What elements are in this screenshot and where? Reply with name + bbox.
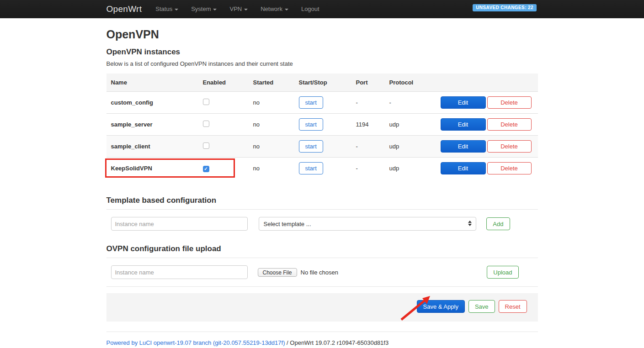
- delete-button[interactable]: Delete: [487, 96, 532, 109]
- protocol-value: -: [389, 99, 441, 106]
- instance-name: sample_server: [106, 121, 203, 128]
- nav-item-vpn[interactable]: VPN: [229, 5, 248, 12]
- table-header-row: Name Enabled Started Start/Stop Port Pro…: [106, 74, 538, 91]
- port-value: -: [356, 165, 389, 172]
- save-apply-button[interactable]: Save & Apply: [417, 300, 465, 313]
- col-header-name: Name: [106, 79, 203, 86]
- chevron-down-icon: [285, 9, 288, 11]
- reset-button[interactable]: Reset: [499, 300, 527, 313]
- template-instance-name-input[interactable]: [111, 217, 248, 231]
- protocol-value: udp: [389, 121, 441, 128]
- unsaved-changes-badge[interactable]: UNSAVED CHANGES: 22: [473, 4, 537, 11]
- edit-button[interactable]: Edit: [441, 162, 486, 174]
- port-value: -: [356, 99, 389, 106]
- start-button[interactable]: start: [299, 162, 323, 174]
- started-value: no: [253, 121, 299, 128]
- upload-section-heading: OVPN configuration file upload: [106, 244, 538, 253]
- chevron-down-icon: [213, 9, 217, 11]
- protocol-value: udp: [389, 165, 441, 172]
- col-header-startstop: Start/Stop: [299, 79, 356, 86]
- template-select[interactable]: Select template ...: [259, 217, 476, 231]
- table-row-keepsolidvpn: KeepSolidVPN no start - udp Edit Delete: [106, 157, 538, 179]
- col-header-protocol: Protocol: [389, 79, 441, 86]
- chevron-down-icon: [175, 9, 178, 11]
- select-arrows-icon: [468, 221, 472, 226]
- edit-button[interactable]: Edit: [441, 118, 486, 131]
- table-row-sample-server: sample_server no start 1194 udp Edit Del…: [106, 113, 538, 135]
- instances-heading: OpenVPN instances: [106, 47, 538, 57]
- protocol-value: udp: [389, 143, 441, 150]
- enabled-checkbox[interactable]: [203, 142, 209, 149]
- template-section-heading: Template based configuration: [106, 196, 538, 205]
- delete-button[interactable]: Delete: [487, 140, 532, 153]
- nav-item-status[interactable]: Status: [155, 5, 178, 12]
- luci-footer-link[interactable]: Powered by LuCI openwrt-19.07 branch (gi…: [106, 339, 285, 346]
- nav-item-logout[interactable]: Logout: [301, 5, 319, 12]
- col-header-started: Started: [253, 79, 299, 86]
- delete-button[interactable]: Delete: [487, 162, 532, 174]
- col-header-enabled: Enabled: [203, 79, 253, 86]
- col-header-port: Port: [356, 79, 389, 86]
- save-button[interactable]: Save: [468, 300, 495, 313]
- instance-name: sample_client: [106, 143, 203, 150]
- upload-button[interactable]: Upload: [487, 266, 518, 279]
- nav-item-network[interactable]: Network: [261, 5, 288, 12]
- page-actions-bar: Save & Apply Save Reset: [106, 293, 538, 322]
- nav-menu: Status System VPN Network Logout: [155, 5, 319, 12]
- nav-item-system[interactable]: System: [191, 5, 217, 12]
- edit-button[interactable]: Edit: [441, 140, 486, 153]
- top-navbar: OpenWrt Status System VPN Network Logout…: [0, 0, 644, 18]
- enabled-checkbox[interactable]: [203, 99, 209, 105]
- chevron-down-icon: [244, 9, 248, 11]
- upload-form: Choose File No file chosen Upload: [106, 265, 538, 279]
- delete-button[interactable]: Delete: [487, 118, 532, 131]
- enabled-checkbox[interactable]: [203, 166, 209, 172]
- instance-name: KeepSolidVPN: [106, 165, 203, 172]
- upload-instance-name-input[interactable]: [111, 265, 248, 279]
- started-value: no: [253, 165, 299, 172]
- start-button[interactable]: start: [299, 118, 323, 131]
- port-value: 1194: [356, 121, 389, 128]
- choose-file-button[interactable]: Choose File: [258, 268, 297, 277]
- file-status-text: No file chosen: [301, 269, 338, 276]
- page-title: OpenVPN: [106, 28, 538, 41]
- table-row-sample-client: sample_client no start - udp Edit Delete: [106, 135, 538, 157]
- edit-button[interactable]: Edit: [441, 96, 486, 109]
- footer: Powered by LuCI openwrt-19.07 branch (gi…: [106, 339, 538, 346]
- template-form: Select template ... Add: [106, 217, 538, 231]
- main-content: OpenVPN OpenVPN instances Below is a lis…: [106, 28, 538, 346]
- add-button[interactable]: Add: [486, 217, 510, 230]
- start-button[interactable]: start: [299, 140, 323, 153]
- table-row-custom-config: custom_config no start - - Edit Delete: [106, 91, 538, 113]
- enabled-checkbox[interactable]: [203, 121, 209, 127]
- started-value: no: [253, 143, 299, 150]
- footer-version-text: / OpenWrt 19.07.2 r10947-65030d81f3: [285, 339, 389, 346]
- instances-description: Below is a list of configured OpenVPN in…: [106, 60, 538, 67]
- port-value: -: [356, 143, 389, 150]
- template-select-value: Select template ...: [264, 221, 311, 227]
- start-button[interactable]: start: [299, 96, 323, 109]
- instances-table: Name Enabled Started Start/Stop Port Pro…: [106, 74, 538, 179]
- started-value: no: [253, 99, 299, 106]
- brand-logo: OpenWrt: [106, 4, 142, 14]
- instance-name: custom_config: [106, 99, 203, 106]
